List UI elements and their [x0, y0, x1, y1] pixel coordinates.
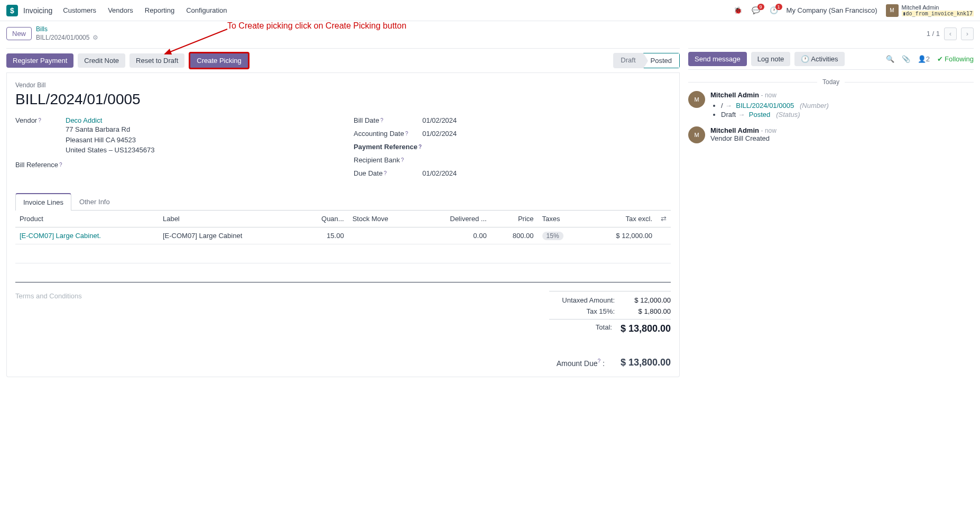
columns-icon[interactable]: ⇄ [661, 215, 667, 223]
cell-label: [E-COM07] Large Cabinet [159, 227, 299, 244]
activities-button[interactable]: 🕐 Activities [794, 52, 844, 66]
vendor-addr3: United States – US12345673 [66, 145, 154, 156]
totals: Untaxed Amount:$ 12,000.00 Tax 15%:$ 1,8… [549, 291, 671, 336]
gear-icon[interactable]: ⚙ [93, 34, 98, 42]
vendor-label: Vendor? [15, 116, 66, 124]
chat-icon[interactable]: 💬9 [752, 6, 760, 14]
msg-time: - now [761, 127, 776, 134]
message: M Mitchell Admin - now Vendor Bill Creat… [688, 126, 974, 143]
msg-content: Vendor Bill Created [710, 134, 974, 142]
pager-text: 1 / 1 [927, 30, 940, 38]
tax-badge: 15% [542, 232, 563, 240]
vendor-addr2: Pleasant Hill CA 94523 [66, 135, 154, 145]
msg-author[interactable]: Mitchell Admin [710, 91, 759, 99]
nav-reporting[interactable]: Reporting [145, 6, 174, 14]
cell-price: 800.00 [491, 227, 538, 244]
table-row[interactable]: [E-COM07] Large Cabinet. [E-COM07] Large… [15, 227, 671, 244]
help-icon[interactable]: ? [419, 144, 422, 150]
date-divider: Today [688, 78, 974, 86]
due-date-value: 01/02/2024 [422, 169, 457, 177]
chatter-bar: Send message Log note 🕐 Activities 🔍 📎 👤… [688, 48, 974, 70]
acc-date-value: 01/02/2024 [422, 130, 457, 138]
msg-time: - now [761, 92, 776, 99]
col-product: Product [15, 211, 159, 227]
nav-customers[interactable]: Customers [63, 6, 96, 14]
col-price: Price [491, 211, 538, 227]
bug-icon[interactable]: 🐞 [734, 6, 742, 14]
amount-due-label: Amount Due? : [557, 358, 605, 368]
help-icon[interactable]: ? [38, 117, 41, 123]
avatar: M [688, 91, 705, 108]
attachment-icon[interactable]: 📎 [902, 55, 910, 63]
tab-other-info[interactable]: Other Info [71, 193, 118, 210]
help-icon[interactable]: ? [598, 358, 601, 364]
status-posted[interactable]: Posted [643, 53, 680, 68]
cell-taxexcl: $ 12,000.00 [585, 227, 657, 244]
log-note-button[interactable]: Log note [751, 52, 791, 66]
col-taxexcl: Tax excl. [585, 211, 657, 227]
heading-label: Vendor Bill [15, 81, 671, 89]
following-button[interactable]: ✔ Following [937, 55, 974, 63]
tabs: Invoice Lines Other Info [15, 193, 671, 211]
change-line: Draft→ Posted (Status) [721, 110, 974, 119]
invoice-lines-table: Product Label Quan... Stock Move Deliver… [15, 211, 671, 282]
help-icon[interactable]: ? [405, 131, 408, 136]
terms-field[interactable]: Terms and Conditions [15, 291, 549, 336]
vendor-link[interactable]: Deco Addict [66, 116, 154, 124]
acc-date-label: Accounting Date? [354, 130, 422, 138]
nav-configuration[interactable]: Configuration [186, 6, 227, 14]
help-icon[interactable]: ? [59, 162, 62, 168]
status-draft[interactable]: Draft [613, 53, 643, 68]
register-payment-button[interactable]: Register Payment [6, 53, 73, 68]
avatar: M [886, 4, 899, 17]
send-message-button[interactable]: Send message [688, 52, 747, 66]
followers-count[interactable]: 👤2 [918, 55, 930, 63]
msg-author[interactable]: Mitchell Admin [710, 126, 759, 134]
pay-ref-label: Payment Reference? [354, 143, 422, 151]
user-name: Mitchell Admin [902, 4, 974, 11]
breadcrumb-bar: New Bills BILL/2024/01/0005 ⚙ 1 / 1 ‹ › [0, 21, 980, 46]
status-bar: Draft Posted [613, 53, 680, 68]
app-icon[interactable]: $ [6, 5, 18, 16]
product-link[interactable]: [E-COM07] Large Cabinet. [20, 232, 101, 240]
help-icon[interactable]: ? [384, 170, 387, 176]
reset-draft-button[interactable]: Reset to Draft [130, 53, 184, 68]
col-stock: Stock Move [348, 211, 419, 227]
col-taxes: Taxes [538, 211, 585, 227]
credit-note-button[interactable]: Credit Note [78, 53, 125, 68]
action-bar: Register Payment Credit Note Reset to Dr… [6, 48, 680, 73]
search-icon[interactable]: 🔍 [886, 55, 894, 63]
create-picking-button[interactable]: Create Picking [189, 52, 249, 69]
help-icon[interactable]: ? [380, 117, 383, 123]
app-title[interactable]: Invoicing [23, 6, 52, 15]
col-label: Label [159, 211, 299, 227]
vendor-addr1: 77 Santa Barbara Rd [66, 124, 154, 135]
amount-due-value: $ 13,800.00 [621, 357, 671, 368]
col-qty: Quan... [299, 211, 348, 227]
user-badge: ▮do_from_invoice_knk17 [902, 11, 974, 16]
nav-vendors[interactable]: Vendors [108, 6, 133, 14]
clock-icon[interactable]: 🕐1 [770, 6, 778, 14]
pager-prev[interactable]: ‹ [944, 28, 957, 40]
user-menu[interactable]: M Mitchell Admin ▮do_from_invoice_knk17 [886, 4, 974, 17]
cell-qty: 15.00 [299, 227, 348, 244]
doc-link[interactable]: BILL/2024/01/0005 [736, 102, 794, 110]
top-nav: $ Invoicing Customers Vendors Reporting … [0, 0, 980, 21]
help-icon[interactable]: ? [401, 157, 404, 163]
cell-delivered: 0.00 [419, 227, 491, 244]
avatar: M [688, 126, 705, 143]
tab-invoice-lines[interactable]: Invoice Lines [15, 193, 71, 211]
change-line: /→ BILL/2024/01/0005 (Number) [721, 101, 974, 110]
form-sheet: Vendor Bill BILL/2024/01/0005 Vendor? De… [6, 73, 680, 377]
breadcrumb-parent[interactable]: Bills [36, 25, 98, 34]
bill-title: BILL/2024/01/0005 [15, 91, 671, 108]
due-date-label: Due Date? [354, 169, 422, 177]
message: M Mitchell Admin - now /→ BILL/2024/01/0… [688, 91, 974, 119]
new-button[interactable]: New [6, 27, 32, 40]
company-switcher[interactable]: My Company (San Francisco) [787, 6, 877, 14]
bill-date-label: Bill Date? [354, 116, 422, 124]
bill-date-value: 01/02/2024 [422, 116, 457, 124]
col-delivered: Delivered ... [419, 211, 491, 227]
pager-next[interactable]: › [961, 28, 974, 40]
bill-ref-label: Bill Reference? [15, 161, 66, 169]
